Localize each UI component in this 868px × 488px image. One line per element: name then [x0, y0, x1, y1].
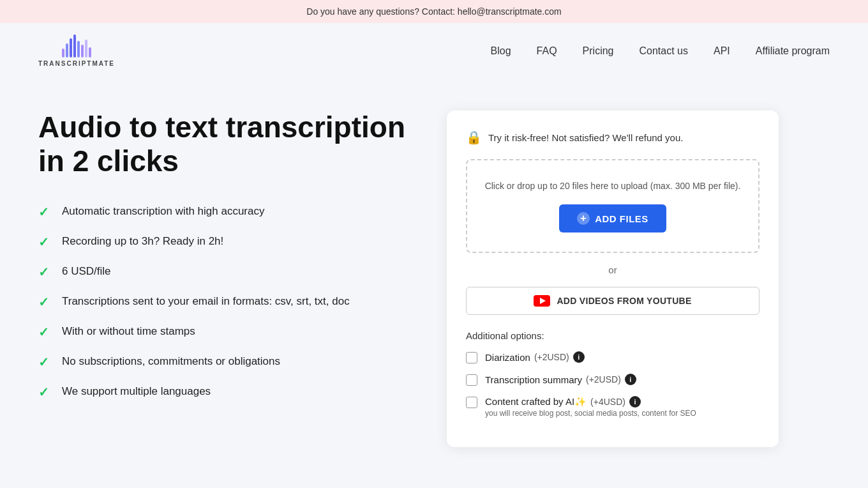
top-banner: Do you have any questions? Contact: hell…	[0, 0, 868, 23]
nav-item-api[interactable]: API	[714, 45, 730, 57]
diarization-text: Diarization	[485, 352, 530, 363]
feature-text-2: 6 USD/file	[62, 264, 111, 279]
nav-item-faq[interactable]: FAQ	[537, 45, 557, 57]
check-icon-6: ✓	[38, 385, 49, 400]
or-text: or	[608, 264, 617, 275]
nav-links: Blog FAQ Pricing Contact us API Affiliat…	[491, 45, 830, 57]
check-icon-5: ✓	[38, 355, 49, 370]
feature-item-5: ✓ No subscriptions, commitments or oblig…	[38, 354, 421, 370]
summary-price: (+2USD)	[586, 374, 621, 385]
summary-checkbox[interactable]	[466, 374, 477, 386]
logo-text: TRANSCRIPTMATE	[38, 60, 115, 67]
option-row-diarization: Diarization (+2USD) i	[466, 351, 760, 363]
check-icon-0: ✓	[38, 204, 49, 220]
feature-list: ✓ Automatic transcription with high accu…	[38, 204, 421, 400]
nav-item-pricing[interactable]: Pricing	[583, 45, 614, 57]
nav-link-api[interactable]: API	[714, 45, 730, 56]
lock-icon: 🔒	[466, 130, 482, 145]
upload-zone[interactable]: Click or drop up to 20 files here to upl…	[466, 159, 760, 253]
youtube-btn-label: ADD VIDEOS FROM YOUTUBE	[557, 296, 691, 306]
left-panel: Audio to text transcription in 2 clicks …	[38, 111, 421, 447]
option-row-summary: Transcription summary (+2USD) i	[466, 374, 760, 386]
feature-item-6: ✓ We support multiple languages	[38, 384, 421, 400]
youtube-play-icon	[540, 298, 546, 304]
feature-text-0: Automatic transcription with high accura…	[62, 204, 264, 219]
add-files-button[interactable]: + ADD FILES	[559, 204, 666, 233]
feature-text-4: With or without time stamps	[62, 324, 195, 339]
check-icon-3: ✓	[38, 294, 49, 310]
diarization-label-wrap: Diarization (+2USD) i	[485, 351, 585, 363]
ai-content-info-icon[interactable]: i	[629, 396, 641, 408]
ai-content-price: (+4USD)	[590, 397, 625, 407]
feature-item-2: ✓ 6 USD/file	[38, 264, 421, 280]
feature-item-4: ✓ With or without time stamps	[38, 324, 421, 340]
upload-card: 🔒 Try it risk-free! Not satisfied? We'll…	[447, 111, 779, 447]
feature-item-1: ✓ Recording up to 3h? Ready in 2h!	[38, 234, 421, 250]
check-icon-4: ✓	[38, 324, 49, 340]
ai-content-label: Content crafted by AI✨ (+4USD) i	[485, 396, 696, 408]
feature-text-3: Transcriptions sent to your email in for…	[62, 294, 350, 309]
plus-icon: +	[577, 212, 590, 225]
check-icon-2: ✓	[38, 264, 49, 280]
feature-text-6: We support multiple languages	[62, 384, 211, 399]
feature-item-3: ✓ Transcriptions sent to your email in f…	[38, 294, 421, 310]
risk-free-text: Try it risk-free! Not satisfied? We'll r…	[488, 132, 683, 143]
or-divider: or	[466, 264, 760, 275]
upload-zone-text: Click or drop up to 20 files here to upl…	[480, 179, 745, 193]
ai-content-checkbox[interactable]	[466, 397, 477, 408]
feature-text-1: Recording up to 3h? Ready in 2h!	[62, 234, 223, 249]
option-row-ai-content: Content crafted by AI✨ (+4USD) i you wil…	[466, 396, 760, 418]
logo[interactable]: TRANSCRIPTMATE	[38, 34, 115, 67]
hero-title: Audio to text transcription in 2 clicks	[38, 111, 421, 178]
check-icon-1: ✓	[38, 234, 49, 250]
nav-item-blog[interactable]: Blog	[491, 45, 511, 57]
risk-free-banner: 🔒 Try it risk-free! Not satisfied? We'll…	[466, 130, 760, 145]
summary-label: Transcription summary (+2USD) i	[485, 374, 636, 385]
nav-link-blog[interactable]: Blog	[491, 45, 511, 56]
nav-link-contact[interactable]: Contact us	[640, 45, 688, 56]
nav-link-pricing[interactable]: Pricing	[583, 45, 614, 56]
feature-text-5: No subscriptions, commitments or obligat…	[62, 354, 280, 369]
diarization-price: (+2USD)	[534, 352, 569, 362]
main-content: Audio to text transcription in 2 clicks …	[0, 79, 868, 485]
diarization-info-icon[interactable]: i	[573, 351, 585, 363]
logo-icon	[62, 34, 91, 57]
nav-link-faq[interactable]: FAQ	[537, 45, 557, 56]
nav-item-contact[interactable]: Contact us	[640, 45, 688, 57]
feature-item-0: ✓ Automatic transcription with high accu…	[38, 204, 421, 220]
right-panel: 🔒 Try it risk-free! Not satisfied? We'll…	[447, 111, 779, 447]
ai-content-label-wrap: Content crafted by AI✨ (+4USD) i you wil…	[485, 396, 696, 418]
ai-content-sub-text: you will receive blog post, social media…	[485, 409, 696, 418]
add-files-label: ADD FILES	[595, 213, 648, 224]
ai-content-text: Content crafted by AI✨	[485, 396, 587, 408]
diarization-checkbox[interactable]	[466, 352, 477, 363]
navbar: TRANSCRIPTMATE Blog FAQ Pricing Contact …	[0, 23, 868, 79]
nav-item-affiliate[interactable]: Affiliate program	[756, 45, 830, 57]
additional-options-label: Additional options:	[466, 330, 760, 341]
banner-text: Do you have any questions? Contact: hell…	[306, 6, 561, 17]
youtube-icon	[534, 295, 550, 307]
nav-link-affiliate[interactable]: Affiliate program	[756, 45, 830, 56]
summary-label-wrap: Transcription summary (+2USD) i	[485, 374, 636, 385]
diarization-label: Diarization (+2USD) i	[485, 351, 585, 363]
summary-text: Transcription summary	[485, 374, 582, 385]
summary-info-icon[interactable]: i	[625, 374, 636, 385]
youtube-button[interactable]: ADD VIDEOS FROM YOUTUBE	[466, 287, 760, 315]
